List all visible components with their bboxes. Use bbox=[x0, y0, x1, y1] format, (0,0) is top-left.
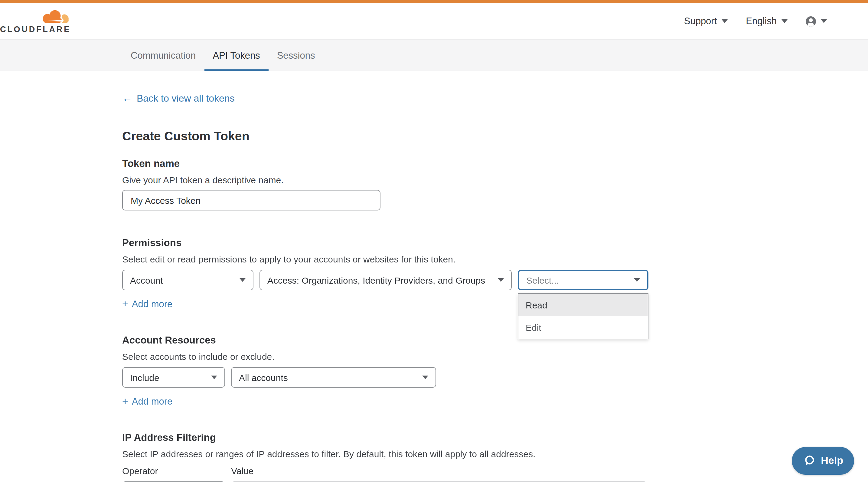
token-name-description: Give your API token a descriptive name. bbox=[122, 175, 868, 185]
permission-group-value: Access: Organizations, Identity Provider… bbox=[267, 275, 485, 285]
operator-label: Operator bbox=[122, 466, 231, 476]
tab-api-tokens[interactable]: API Tokens bbox=[204, 40, 268, 71]
support-menu-label: Support bbox=[684, 16, 717, 27]
add-more-account-label: Add more bbox=[132, 396, 173, 407]
back-link[interactable]: ← Back to view all tokens bbox=[122, 93, 235, 105]
cloudflare-logo[interactable]: CLOUDFLARE bbox=[7, 9, 71, 34]
cloudflare-cloud-icon bbox=[39, 9, 71, 24]
cloudflare-logo-text: CLOUDFLARE bbox=[0, 25, 71, 34]
tab-sessions[interactable]: Sessions bbox=[269, 40, 323, 71]
add-more-permission-link[interactable]: + Add more bbox=[122, 298, 173, 310]
token-name-input[interactable] bbox=[122, 190, 380, 211]
user-avatar-icon bbox=[806, 16, 816, 26]
token-name-heading: Token name bbox=[122, 158, 868, 169]
language-menu[interactable]: English bbox=[746, 16, 787, 27]
chevron-down-icon bbox=[634, 278, 640, 282]
permission-scope-select[interactable]: Account bbox=[122, 270, 253, 290]
menu-option-edit[interactable]: Edit bbox=[518, 316, 648, 339]
plus-icon: + bbox=[122, 395, 128, 408]
token-name-section: Token name Give your API token a descrip… bbox=[122, 158, 868, 211]
chevron-down-icon bbox=[781, 19, 787, 23]
chat-bubble-icon bbox=[803, 454, 816, 468]
page-title: Create Custom Token bbox=[122, 129, 868, 143]
chevron-down-icon bbox=[821, 19, 827, 23]
account-resources-row: Include All accounts bbox=[122, 367, 868, 388]
support-menu[interactable]: Support bbox=[684, 16, 728, 27]
language-menu-label: English bbox=[746, 16, 777, 27]
permissions-description: Select edit or read permissions to apply… bbox=[122, 254, 868, 264]
permission-level-select[interactable]: Select... Read Edit bbox=[518, 270, 648, 290]
menu-option-read[interactable]: Read bbox=[518, 294, 648, 316]
permission-level-menu: Read Edit bbox=[518, 293, 648, 339]
permission-level-placeholder: Select... bbox=[526, 275, 559, 285]
plus-icon: + bbox=[122, 298, 128, 310]
account-scope-select[interactable]: All accounts bbox=[231, 367, 436, 388]
chevron-down-icon bbox=[498, 278, 504, 282]
add-more-permission-label: Add more bbox=[132, 299, 173, 310]
chevron-down-icon bbox=[240, 278, 246, 282]
header-menus: Support English bbox=[684, 16, 827, 27]
permissions-section: Permissions Select edit or read permissi… bbox=[122, 237, 868, 310]
top-accent-bar bbox=[0, 0, 868, 3]
permission-group-select[interactable]: Access: Organizations, Identity Provider… bbox=[259, 270, 512, 290]
page: CLOUDFLARE Support English bbox=[0, 0, 868, 482]
ip-filtering-labels: Operator Value bbox=[122, 466, 868, 476]
add-more-account-link[interactable]: + Add more bbox=[122, 395, 173, 408]
ip-filtering-section: IP Address Filtering Select IP addresses… bbox=[122, 432, 868, 482]
account-resources-section: Account Resources Select accounts to inc… bbox=[122, 334, 868, 408]
permission-scope-value: Account bbox=[130, 275, 163, 285]
help-button-label: Help bbox=[821, 455, 843, 467]
account-include-select[interactable]: Include bbox=[122, 367, 225, 388]
user-menu[interactable] bbox=[806, 16, 827, 26]
tab-bar: Communication API Tokens Sessions bbox=[0, 39, 868, 71]
app-header: CLOUDFLARE Support English bbox=[0, 3, 868, 39]
permissions-row: Account Access: Organizations, Identity … bbox=[122, 270, 868, 290]
tab-communication[interactable]: Communication bbox=[122, 40, 204, 71]
ip-filtering-description: Select IP addresses or ranges of IP addr… bbox=[122, 449, 868, 459]
ip-filtering-heading: IP Address Filtering bbox=[122, 432, 868, 443]
account-scope-value: All accounts bbox=[239, 372, 288, 383]
help-button[interactable]: Help bbox=[792, 447, 854, 475]
permissions-heading: Permissions bbox=[122, 237, 868, 249]
main-content: ← Back to view all tokens Create Custom … bbox=[0, 71, 868, 482]
account-resources-description: Select accounts to include or exclude. bbox=[122, 351, 868, 362]
chevron-down-icon bbox=[422, 376, 428, 379]
back-arrow-icon: ← bbox=[122, 93, 132, 105]
back-link-label: Back to view all tokens bbox=[137, 93, 235, 104]
chevron-down-icon bbox=[722, 19, 728, 23]
value-label: Value bbox=[231, 466, 254, 476]
chevron-down-icon bbox=[211, 376, 217, 379]
account-include-value: Include bbox=[130, 372, 159, 383]
account-resources-heading: Account Resources bbox=[122, 334, 868, 346]
